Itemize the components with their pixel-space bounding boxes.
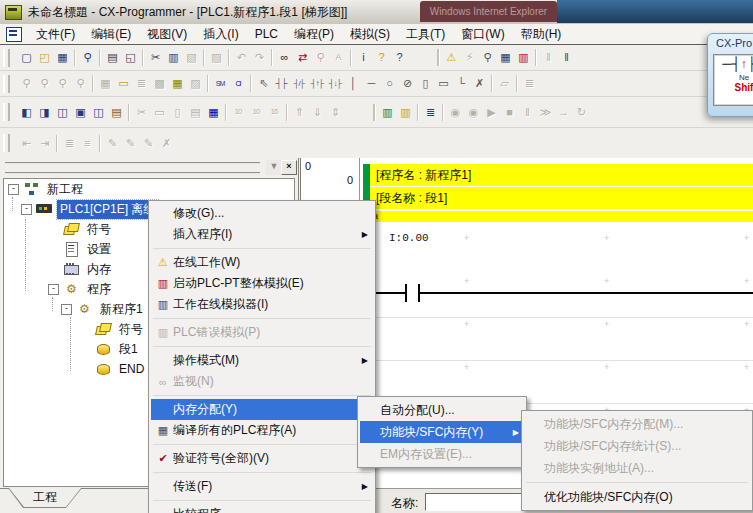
fb-split-icon[interactable]: ✂: [132, 104, 150, 121]
force-cancel-icon[interactable]: ✎: [139, 135, 157, 152]
save-icon[interactable]: ▦: [53, 49, 71, 66]
menu-item-操作模式(M)[interactable]: 操作模式(M)▶: [151, 350, 373, 371]
rung-copy-icon[interactable]: ▨: [186, 75, 204, 92]
menu-item-比较程序...[interactable]: ▱比较程序...: [151, 504, 373, 513]
auto-online-icon[interactable]: ⚡: [460, 49, 478, 66]
menu-item-编译所有的PLC程序(A)[interactable]: ▦编译所有的PLC程序(A): [151, 420, 373, 441]
ci-view-icon[interactable]: CI: [229, 75, 247, 92]
paste-icon[interactable]: ▧: [182, 49, 200, 66]
step-in-icon[interactable]: →: [554, 104, 572, 121]
open-file-icon[interactable]: ◰: [35, 49, 53, 66]
monitor-find-icon[interactable]: ⚲: [478, 49, 496, 66]
expand-minus-toggle[interactable]: -: [21, 204, 32, 215]
workspace-menu-button[interactable]: ▼: [266, 160, 282, 175]
binary-monitor-icon[interactable]: ▦: [204, 104, 222, 121]
plc-instruction-icon[interactable]: ▯: [416, 75, 434, 92]
go-to-next-rung-icon[interactable]: ≡: [78, 135, 96, 152]
hex-icon[interactable]: 16: [265, 104, 283, 121]
find-address-icon[interactable]: A: [329, 49, 347, 66]
contact-down-icon[interactable]: ┤↓├: [326, 75, 344, 92]
background-window[interactable]: [557, 0, 753, 23]
compare-with-plc-icon[interactable]: ⇕: [326, 104, 344, 121]
io-comment-icon[interactable]: ▦: [168, 75, 186, 92]
window-sfc-icon[interactable]: ◫: [53, 104, 71, 121]
pause-off-icon[interactable]: ◉: [464, 104, 482, 121]
overview-icon[interactable]: ≣: [132, 75, 150, 92]
window-output-icon[interactable]: ◫: [89, 104, 107, 121]
tree-item-新工程[interactable]: -新工程: [4, 179, 294, 199]
workspace-grip-handle[interactable]: [5, 162, 260, 174]
contact-no-icon[interactable]: ┤├: [272, 75, 290, 92]
find-icon[interactable]: ∞: [275, 49, 293, 66]
program-view-icon[interactable]: ▱: [495, 75, 513, 92]
contact-symbol[interactable]: [418, 284, 420, 302]
menu-item-传送(F)[interactable]: 传送(F)▶: [151, 476, 373, 497]
menubar-item-编程(P)[interactable]: 编程(P): [286, 24, 342, 45]
watch-window-icon[interactable]: ≣: [421, 104, 439, 121]
copy-icon[interactable]: ▥: [164, 49, 182, 66]
menu-item-PLC错误模拟(P)[interactable]: ▥PLC错误模拟(P): [151, 322, 373, 343]
pause-monitor-icon[interactable]: ‖: [539, 49, 557, 66]
menubar-item-帮助(H)[interactable]: 帮助(H): [513, 24, 570, 45]
menubar-item-插入(I)[interactable]: 插入(I): [195, 24, 246, 45]
menu-item-功能块/SFC内存(Y)[interactable]: 功能块/SFC内存(Y)▶: [360, 421, 524, 443]
pause-sim-icon[interactable]: ‖: [518, 104, 536, 121]
menu-item-功能块/SFC内存统计(S)...[interactable]: 功能块/SFC内存统计(S)...: [524, 435, 750, 457]
menu-item-功能块/SFC内存分配(M)...[interactable]: 功能块/SFC内存分配(M)...: [524, 413, 750, 435]
zoom-tool-icon[interactable]: ⚲: [17, 75, 35, 92]
fb-protect-icon[interactable]: ▤: [186, 104, 204, 121]
window-watch-icon[interactable]: ▣: [71, 104, 89, 121]
vertical-delete-icon[interactable]: └: [452, 75, 470, 92]
find-replace-icon[interactable]: ⇄: [293, 49, 311, 66]
properties-icon[interactable]: ▤: [107, 104, 125, 121]
background-ie-window[interactable]: Windows Internet Explorer: [420, 1, 557, 22]
paste-special-icon[interactable]: ▨: [207, 49, 225, 66]
new-file-icon[interactable]: ▢: [17, 49, 35, 66]
print-icon[interactable]: ▤: [103, 49, 121, 66]
context-help-icon[interactable]: ?: [390, 49, 408, 66]
menubar-item-编辑(E)[interactable]: 编辑(E): [83, 24, 139, 45]
expand-minus-toggle[interactable]: -: [61, 304, 72, 315]
info-icon[interactable]: i: [354, 49, 372, 66]
vertical-line-icon[interactable]: │: [344, 75, 362, 92]
menu-item-自动分配(U)...[interactable]: 自动分配(U)...: [360, 399, 524, 421]
indent-rung-icon[interactable]: ⇥: [35, 135, 53, 152]
step-run-icon[interactable]: ≫: [536, 104, 554, 121]
stack-view-icon[interactable]: ≣: [520, 75, 538, 92]
menu-item-启动PLC-PT整体模拟(E)[interactable]: ▥启动PLC-PT整体模拟(E): [151, 273, 373, 294]
menu-item-在线工作(W)[interactable]: ⚠在线工作(W): [151, 252, 373, 273]
transfer-warning-icon[interactable]: ▦: [496, 49, 514, 66]
expand-minus-toggle[interactable]: -: [48, 284, 59, 295]
menubar-item-PLC[interactable]: PLC: [247, 25, 286, 43]
menu-item-功能块实例地址(A)...[interactable]: 功能块实例地址(A)...: [524, 457, 750, 479]
work-online-icon[interactable]: ⚠: [442, 49, 460, 66]
online-simulation-icon[interactable]: ▥: [396, 104, 414, 121]
tab-project[interactable]: 工程: [8, 488, 82, 508]
continuous-step-icon[interactable]: ↻: [572, 104, 590, 121]
force-on-icon[interactable]: ✎: [103, 135, 121, 152]
cx-pro-float-window[interactable]: CX-Pro ─┤↑├─ Ne Shif: [707, 33, 753, 117]
stop-icon[interactable]: ■: [500, 104, 518, 121]
run-icon[interactable]: ▶: [482, 104, 500, 121]
expand-minus-toggle[interactable]: -: [8, 184, 19, 195]
fb-instance-icon[interactable]: ▯: [168, 104, 186, 121]
work-online-simulator-icon[interactable]: ▥: [378, 104, 396, 121]
redo-icon[interactable]: ↷: [250, 49, 268, 66]
decimal-icon[interactable]: 10: [229, 104, 247, 121]
fb-definition-icon[interactable]: ▭: [150, 104, 168, 121]
mnemonic-view-icon[interactable]: SM: [211, 75, 229, 92]
force-cancel-all-icon[interactable]: ✗: [157, 135, 175, 152]
monitor-warning-icon[interactable]: ▥: [514, 49, 532, 66]
cross-reference-icon[interactable]: ▩: [150, 75, 168, 92]
menu-item-修改(G)...[interactable]: 修改(G)...: [151, 203, 373, 224]
fb-invoke-icon[interactable]: ▭: [434, 75, 452, 92]
select-mode-icon[interactable]: ⇖: [254, 75, 272, 92]
transfer-to-plc-icon[interactable]: ⇑: [290, 104, 308, 121]
contact-nc-icon[interactable]: ┤/├: [290, 75, 308, 92]
menubar-item-模拟(S)[interactable]: 模拟(S): [342, 24, 398, 45]
menu-item-验证符号(全部)(V)[interactable]: ✔验证符号(全部)(V): [151, 448, 373, 469]
pause-icon[interactable]: ‖: [557, 49, 575, 66]
zoom-out-icon[interactable]: ⚲: [71, 75, 89, 92]
window-diagram-icon[interactable]: ◧: [17, 104, 35, 121]
workspace-close-button[interactable]: ×: [281, 160, 297, 175]
